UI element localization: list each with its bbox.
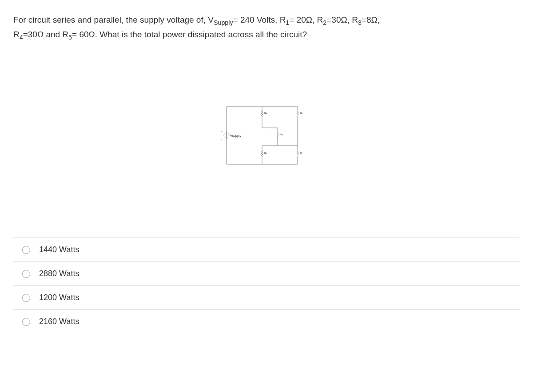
option-1-label: 2880 Watts [39, 269, 79, 278]
svg-text:R₄: R₄ [264, 152, 267, 154]
option-2-label: 1200 Watts [39, 293, 79, 302]
option-0[interactable]: 1440 Watts [13, 238, 520, 261]
option-2-radio[interactable] [22, 294, 30, 302]
svg-text:Vsupply: Vsupply [230, 134, 241, 138]
option-3[interactable]: 2160 Watts [13, 309, 520, 333]
option-3-label: 2160 Watts [39, 317, 79, 326]
svg-text:R₁: R₁ [264, 112, 267, 115]
option-3-radio[interactable] [22, 318, 30, 326]
circuit-svg: + - Vsupply R₁ R₂ R₃ R₄ R₅ [218, 98, 315, 173]
svg-text:R₅: R₅ [300, 152, 303, 154]
question-text: For circuit series and parallel, the sup… [13, 13, 520, 42]
circuit-diagram: + - Vsupply R₁ R₂ R₃ R₄ R₅ [13, 51, 520, 220]
options-list: 1440 Watts 2880 Watts 1200 Watts 2160 Wa… [13, 238, 520, 333]
option-0-label: 1440 Watts [39, 245, 79, 254]
option-1[interactable]: 2880 Watts [13, 261, 520, 285]
option-1-radio[interactable] [22, 270, 30, 278]
svg-text:+: + [221, 130, 223, 133]
option-2[interactable]: 1200 Watts [13, 285, 520, 309]
svg-text:R₂: R₂ [300, 112, 303, 115]
svg-text:R₃: R₃ [280, 133, 283, 136]
svg-text:-: - [221, 138, 222, 141]
option-0-radio[interactable] [22, 246, 30, 254]
